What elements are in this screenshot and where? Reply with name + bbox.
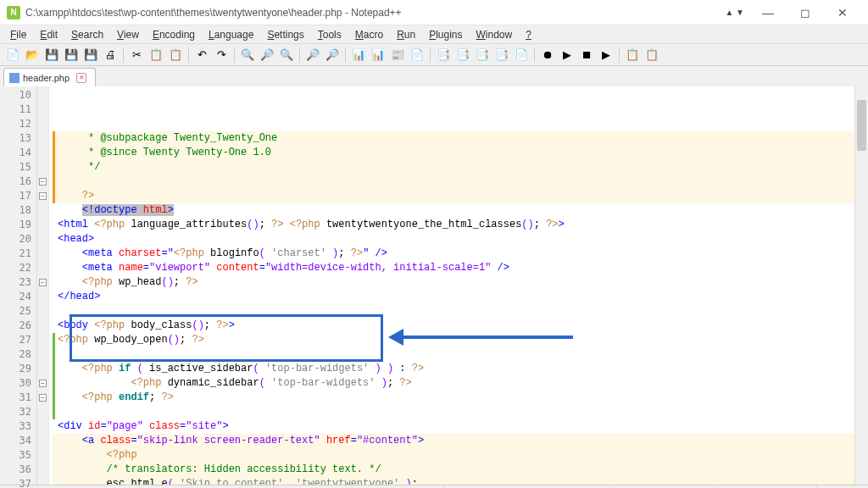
tab-label: header.php (23, 73, 70, 83)
toolbar-button[interactable]: 📋 (643, 46, 661, 64)
toolbar-button[interactable]: 📊 (369, 46, 387, 64)
toolbar-button[interactable]: 🔍 (238, 46, 257, 64)
maximize-button[interactable]: ◻ (787, 1, 824, 25)
toolbar-button[interactable]: ✂ (127, 46, 146, 64)
menu-macro[interactable]: Macro (348, 27, 390, 42)
close-button[interactable]: ✕ (824, 1, 861, 25)
menu-?[interactable]: ? (519, 27, 538, 42)
editor[interactable]: 1011121314151617181920212223242526272829… (0, 86, 868, 485)
toolbar-button[interactable]: 📂 (23, 46, 42, 64)
menu-bar: FileEditSearchViewEncodingLanguageSettin… (0, 25, 868, 44)
toolbar-button[interactable]: 📰 (388, 46, 407, 64)
app-icon: N (7, 6, 20, 19)
menu-file[interactable]: File (3, 27, 33, 42)
menu-settings[interactable]: Settings (260, 27, 310, 42)
menu-encoding[interactable]: Encoding (146, 27, 202, 42)
menu-language[interactable]: Language (202, 27, 260, 42)
chevron-icons: ▲ ▼ (725, 8, 744, 17)
menu-view[interactable]: View (110, 27, 146, 42)
vertical-scrollbar[interactable] (854, 86, 868, 485)
toolbar-button[interactable]: 🔍 (277, 46, 296, 64)
toolbar-button[interactable]: ⏺ (538, 46, 557, 64)
toolbar-button[interactable]: 💾 (62, 46, 81, 64)
minimize-button[interactable]: — (749, 1, 787, 25)
fold-gutter[interactable]: −−−−−−−− (37, 86, 49, 485)
toolbar-button[interactable]: 🔎 (258, 46, 276, 64)
toolbar-button[interactable]: 📑 (453, 46, 472, 64)
menu-run[interactable]: Run (390, 27, 422, 42)
toolbar-button[interactable]: 💾 (81, 46, 100, 64)
toolbar-button[interactable]: 🖨 (101, 46, 120, 64)
toolbar-button[interactable]: 📊 (349, 46, 368, 64)
toolbar-button[interactable]: 📄 (408, 46, 426, 64)
line-gutter: 1011121314151617181920212223242526272829… (0, 86, 37, 485)
toolbar-button[interactable]: ⏹ (577, 46, 596, 64)
toolbar-button[interactable]: ↷ (212, 46, 231, 64)
tab-close-icon[interactable]: ✕ (76, 73, 86, 83)
toolbar-button[interactable]: 📄 (512, 46, 531, 64)
toolbar-button[interactable]: 💾 (42, 46, 61, 64)
toolbar-button[interactable]: 🔎 (303, 46, 322, 64)
menu-tools[interactable]: Tools (311, 27, 348, 42)
toolbar-button[interactable]: ▶ (558, 46, 576, 64)
toolbar-button[interactable]: 📋 (166, 46, 185, 64)
title-bar: N C:\xampp\htdocs\test\wp-content\themes… (0, 0, 868, 25)
menu-plugins[interactable]: Plugins (422, 27, 469, 42)
menu-window[interactable]: Window (470, 27, 520, 42)
toolbar-button[interactable]: ↶ (192, 46, 211, 64)
window-title: C:\xampp\htdocs\test\wp-content\themes\t… (25, 7, 725, 19)
toolbar-button[interactable]: 🔎 (323, 46, 342, 64)
scrollbar-thumb[interactable] (857, 100, 866, 151)
toolbar-button[interactable]: 📄 (3, 46, 22, 64)
toolbar-button[interactable]: 📋 (623, 46, 642, 64)
tab-bar: header.php ✕ (0, 66, 868, 86)
toolbar-button[interactable]: 📋 (147, 46, 165, 64)
code-area[interactable]: * @subpackage Twenty_Twenty_One * @since… (49, 86, 868, 485)
toolbar-button[interactable]: ▶ (597, 46, 615, 64)
toolbar-button[interactable]: 📑 (434, 46, 453, 64)
tab-header-php[interactable]: header.php ✕ (3, 68, 96, 86)
status-bar: PHP Hypertext Preprocessor file length :… (0, 485, 868, 488)
toolbar: 📄📂💾💾💾🖨✂📋📋↶↷🔍🔎🔍🔎🔎📊📊📰📄📑📑📑📑📄⏺▶⏹▶📋📋 (0, 44, 868, 66)
file-icon (9, 73, 19, 83)
menu-edit[interactable]: Edit (33, 27, 64, 42)
menu-search[interactable]: Search (64, 27, 110, 42)
toolbar-button[interactable]: 📑 (473, 46, 492, 64)
toolbar-button[interactable]: 📑 (492, 46, 511, 64)
